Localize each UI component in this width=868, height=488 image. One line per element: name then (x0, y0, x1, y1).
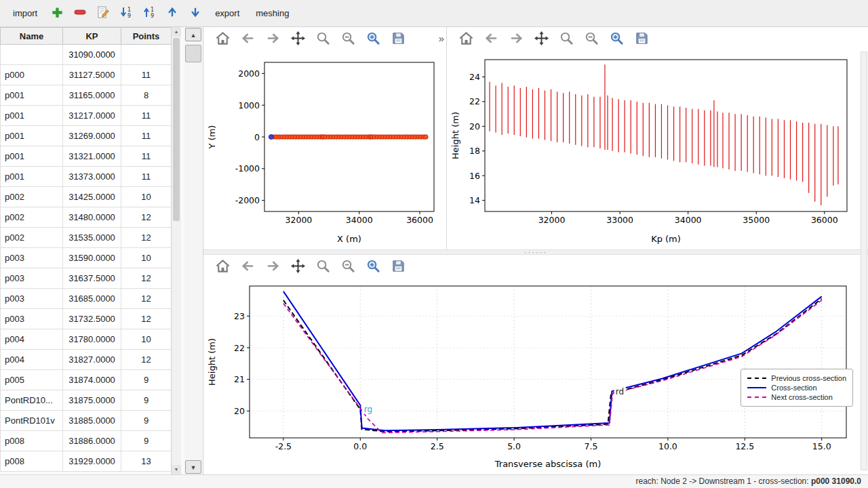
table-row[interactable]: p00331732.500012 (1, 309, 172, 329)
cell-name[interactable]: p000 (1, 65, 63, 85)
table-row[interactable]: p00331637.500012 (1, 268, 172, 289)
cell-kp[interactable]: 31269.0000 (63, 126, 121, 146)
cell-kp[interactable]: 31874.0000 (63, 370, 121, 390)
zoom-button[interactable] (312, 257, 334, 277)
cell-kp[interactable]: 31590.0000 (63, 248, 121, 268)
save-button[interactable] (631, 29, 652, 49)
cell-kp[interactable]: 31165.0000 (63, 85, 121, 106)
save-button[interactable] (387, 257, 409, 277)
table-row[interactable]: p00231480.000012 (1, 207, 172, 228)
cell-points[interactable]: 9 (121, 370, 172, 390)
table-row[interactable]: PontRD10...31875.00009 (1, 390, 172, 411)
cell-points[interactable]: 9 (121, 411, 172, 431)
cell-kp[interactable]: 31685.0000 (63, 289, 121, 309)
table-row[interactable]: p00431780.000010 (1, 329, 172, 350)
back-button[interactable] (237, 29, 258, 49)
pan-button[interactable] (287, 29, 309, 49)
long-profile-chart[interactable]: 3200033000340003500036000141618202224Kp … (450, 52, 856, 247)
table-row[interactable]: p00131217.000011 (1, 106, 172, 126)
cell-kp[interactable]: 31929.0000 (63, 451, 121, 472)
cell-kp[interactable]: 31373.0000 (63, 167, 121, 187)
zoom-rect-button[interactable] (362, 29, 384, 49)
cell-name[interactable]: p004 (1, 329, 63, 350)
cell-points[interactable]: 11 (121, 106, 172, 126)
cell-name[interactable]: p008 (1, 451, 63, 472)
cell-kp[interactable]: 31127.5000 (63, 65, 121, 85)
zoom-out-button[interactable] (337, 257, 359, 277)
table-row[interactable]: p00231425.000010 (1, 187, 172, 207)
table-scrollbar[interactable]: ▲ ▼ (171, 27, 181, 474)
cell-kp[interactable]: 31090.0000 (63, 45, 121, 65)
table-row[interactable]: p00131373.000011 (1, 167, 172, 187)
cell-kp[interactable]: 31425.0000 (63, 187, 121, 207)
cell-points[interactable]: 11 (121, 65, 172, 85)
column-header-points[interactable]: Points (121, 28, 172, 45)
cell-name[interactable]: PontRD10... (1, 390, 63, 411)
cell-name[interactable]: p001 (1, 106, 63, 126)
cell-points[interactable]: 13 (121, 451, 172, 472)
cell-points[interactable]: 11 (121, 126, 172, 146)
sort-descending-button[interactable]: 19 (117, 4, 136, 23)
table-row[interactable]: p00031127.500011 (1, 65, 172, 85)
cell-name[interactable]: p001 (1, 85, 63, 106)
cell-points[interactable]: 12 (121, 309, 172, 329)
column-header-kp[interactable]: KP (63, 28, 121, 45)
cell-points[interactable]: 10 (121, 329, 172, 350)
cell-name[interactable]: p004 (1, 350, 63, 370)
cell-points[interactable]: 11 (121, 167, 172, 187)
horizontal-splitter[interactable]: ······ (203, 249, 868, 255)
pan-button[interactable] (530, 29, 552, 49)
cell-points[interactable]: 8 (121, 45, 172, 65)
cell-kp[interactable]: 31637.5000 (63, 268, 121, 289)
cell-kp[interactable]: 31885.0000 (63, 411, 121, 431)
table-row[interactable]: p00031090.00008 (1, 45, 172, 65)
cell-name[interactable]: p001 (1, 167, 63, 187)
panel-scrollbar[interactable]: ▲ ▼ (184, 27, 202, 474)
forward-button[interactable] (262, 257, 283, 277)
cell-points[interactable]: 12 (121, 228, 172, 248)
cell-name[interactable]: p002 (1, 187, 63, 207)
meshing-button[interactable]: meshing (250, 5, 295, 21)
move-down-button[interactable] (186, 4, 205, 23)
cell-kp[interactable]: 31886.0000 (63, 431, 121, 451)
cell-points[interactable]: 11 (121, 146, 172, 167)
cell-name[interactable]: p003 (1, 268, 63, 289)
cell-kp[interactable]: 31732.5000 (63, 309, 121, 329)
sort-ascending-button[interactable]: 19 (140, 4, 159, 23)
back-button[interactable] (237, 257, 258, 277)
table-row[interactable]: PontRD101v31885.00009 (1, 411, 172, 431)
table-row[interactable]: p00131269.000011 (1, 126, 172, 146)
cell-name[interactable]: p002 (1, 228, 63, 248)
plot-area-scrollbar[interactable] (861, 52, 867, 470)
table-scrollbar-thumb[interactable] (173, 38, 180, 221)
table-row[interactable]: p00231535.000012 (1, 228, 172, 248)
save-button[interactable] (387, 29, 409, 49)
home-button[interactable] (212, 257, 233, 277)
remove-button[interactable] (71, 4, 90, 23)
cell-name[interactable]: p000 (1, 45, 63, 65)
cell-kp[interactable]: 31875.0000 (63, 390, 121, 411)
toolbar-overflow-button[interactable]: » (439, 33, 444, 44)
cell-name[interactable]: PontRD101v (1, 411, 63, 431)
cell-kp[interactable]: 31480.0000 (63, 207, 121, 228)
column-header-name[interactable]: Name (1, 28, 63, 45)
cell-points[interactable]: 9 (121, 431, 172, 451)
cell-points[interactable]: 12 (121, 268, 172, 289)
zoom-out-button[interactable] (337, 29, 359, 49)
cell-points[interactable]: 12 (121, 289, 172, 309)
scroll-up-icon[interactable]: ▲ (172, 27, 181, 37)
table-row[interactable]: p00431827.000012 (1, 350, 172, 370)
panel-scroll-down-button[interactable]: ▼ (185, 460, 201, 474)
zoom-rect-button[interactable] (606, 29, 627, 49)
cell-points[interactable]: 10 (121, 187, 172, 207)
scroll-down-icon[interactable]: ▼ (172, 465, 181, 474)
panel-scrollbar-thumb[interactable] (185, 45, 201, 62)
zoom-button[interactable] (312, 29, 334, 49)
table-row[interactable]: p00131165.00008 (1, 85, 172, 106)
forward-button[interactable] (262, 29, 283, 49)
cell-name[interactable]: p001 (1, 126, 63, 146)
export-button[interactable]: export (209, 5, 245, 21)
cell-name[interactable]: p008 (1, 431, 63, 451)
cell-kp[interactable]: 31321.0000 (63, 146, 121, 167)
table-row[interactable]: p00131321.000011 (1, 146, 172, 167)
